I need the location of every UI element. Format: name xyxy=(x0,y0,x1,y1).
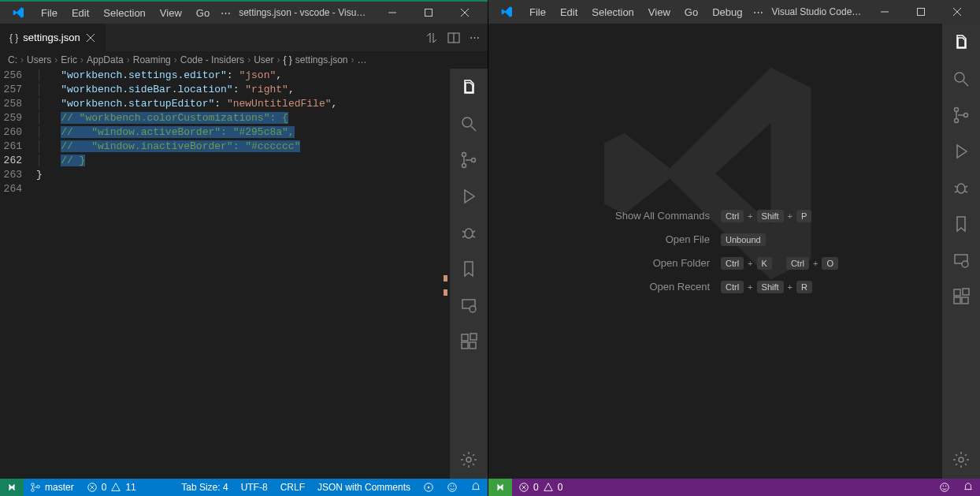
window-controls-right xyxy=(867,0,975,24)
crumb[interactable]: AppData xyxy=(87,54,124,65)
menu-go[interactable]: Go xyxy=(678,3,704,21)
encoding-status[interactable]: UTF-8 xyxy=(235,482,274,493)
code-content[interactable]: │ "workbench.settings.editor": "json", │… xyxy=(36,69,450,479)
menu-debug[interactable]: Debug xyxy=(706,3,748,21)
status-bar-right: 0 0 xyxy=(488,479,980,496)
shortcut-keys: Ctrl+Shift+R xyxy=(721,281,878,293)
svg-point-35 xyxy=(451,486,451,487)
svg-marker-46 xyxy=(957,145,967,158)
minimize-button[interactable] xyxy=(374,1,410,24)
svg-point-53 xyxy=(962,261,968,267)
gear-icon[interactable] xyxy=(952,450,971,469)
crumb[interactable]: settings.json xyxy=(295,54,348,65)
gear-icon[interactable] xyxy=(459,450,478,469)
minimap-marker xyxy=(444,275,447,282)
remote-indicator[interactable] xyxy=(488,479,512,496)
menu-file[interactable]: File xyxy=(35,4,64,22)
minimize-button[interactable] xyxy=(867,0,903,24)
problems-status[interactable]: 0 11 xyxy=(80,479,143,496)
menu-selection[interactable]: Selection xyxy=(585,3,640,21)
crumb[interactable]: … xyxy=(358,54,367,65)
bell-icon[interactable] xyxy=(956,482,980,493)
tab-size-status[interactable]: Tab Size: 4 xyxy=(175,482,234,493)
debug-icon[interactable] xyxy=(952,178,971,197)
menu-overflow-icon[interactable]: ⋯ xyxy=(217,4,234,22)
menu-selection[interactable]: Selection xyxy=(97,4,151,22)
files-icon[interactable] xyxy=(459,78,478,97)
code-editor[interactable]: 256 257 258 259 260 261 262 263 264 │ "w… xyxy=(0,69,450,479)
crumb[interactable]: User xyxy=(254,54,273,65)
crumb[interactable]: C: xyxy=(8,54,17,65)
close-button[interactable] xyxy=(447,1,483,24)
ports-icon[interactable] xyxy=(417,482,440,493)
svg-line-50 xyxy=(955,191,958,192)
debug-icon[interactable] xyxy=(459,223,478,242)
menu-file[interactable]: File xyxy=(523,3,552,21)
language-mode-status[interactable]: JSON with Comments xyxy=(311,482,417,493)
menu-view[interactable]: View xyxy=(154,4,188,22)
compare-icon[interactable] xyxy=(425,32,438,44)
vscode-logo-icon xyxy=(13,6,25,19)
close-button[interactable] xyxy=(939,0,975,24)
extensions-icon[interactable] xyxy=(459,332,478,351)
window-controls-left xyxy=(374,1,483,24)
crumb[interactable]: Eric xyxy=(61,54,77,65)
shortcut-keys: Unbound xyxy=(721,233,878,246)
files-icon[interactable] xyxy=(952,33,971,52)
split-editor-icon[interactable] xyxy=(447,32,460,44)
run-icon[interactable] xyxy=(459,187,478,206)
menu-edit[interactable]: Edit xyxy=(554,3,584,21)
editor-actions: ⋯ xyxy=(425,32,488,44)
remote-indicator[interactable] xyxy=(0,479,24,496)
bookmark-icon[interactable] xyxy=(952,214,971,233)
extensions-icon[interactable] xyxy=(952,287,971,306)
problems-status[interactable]: 0 0 xyxy=(512,479,569,496)
svg-rect-38 xyxy=(918,9,925,16)
run-icon[interactable] xyxy=(952,142,971,161)
svg-line-51 xyxy=(964,191,967,192)
chevron-right-icon: › xyxy=(127,54,130,65)
shortcut-keys: Ctrl+K Ctrl+O xyxy=(721,257,878,270)
bell-icon[interactable] xyxy=(464,482,488,493)
menu-go[interactable]: Go xyxy=(190,4,216,22)
svg-line-42 xyxy=(963,81,968,86)
maximize-button[interactable] xyxy=(410,1,447,24)
feedback-icon[interactable] xyxy=(933,482,956,493)
title-bar-left: File Edit Selection View Go ⋯ settings.j… xyxy=(0,0,488,24)
svg-line-18 xyxy=(472,236,475,237)
svg-rect-54 xyxy=(954,289,960,296)
source-control-icon[interactable] xyxy=(952,106,971,125)
crumb[interactable]: Roaming xyxy=(133,54,171,65)
svg-rect-55 xyxy=(954,297,960,304)
crumb[interactable]: Users xyxy=(27,54,51,65)
git-branch-status[interactable]: master xyxy=(24,479,80,496)
svg-point-45 xyxy=(964,114,968,117)
remote-explorer-icon[interactable] xyxy=(459,296,478,315)
search-icon[interactable] xyxy=(459,114,478,133)
menu-edit[interactable]: Edit xyxy=(65,4,95,22)
bookmark-icon[interactable] xyxy=(459,259,478,278)
maximize-button[interactable] xyxy=(903,0,939,24)
tab-settings-json[interactable]: { } settings.json xyxy=(0,24,106,51)
svg-line-17 xyxy=(462,236,466,237)
svg-point-12 xyxy=(472,158,476,162)
source-control-icon[interactable] xyxy=(459,151,478,170)
welcome-page: Show All Commands Ctrl+Shift+P Open File… xyxy=(488,24,942,479)
menu-overflow-icon[interactable]: ⋯ xyxy=(750,3,767,21)
svg-point-14 xyxy=(465,229,473,238)
shortcut-label: Open File xyxy=(552,233,710,245)
svg-rect-1 xyxy=(425,9,432,17)
eol-status[interactable]: CRLF xyxy=(274,482,311,493)
more-actions-icon[interactable]: ⋯ xyxy=(470,32,480,44)
close-icon[interactable] xyxy=(85,32,96,43)
shortcut-row: Open File Unbound xyxy=(534,233,896,246)
search-icon[interactable] xyxy=(952,69,971,88)
breadcrumb[interactable]: C:› Users› Eric› AppData› Roaming› Code … xyxy=(0,51,488,69)
menubar-left: File Edit Selection View Go ⋯ xyxy=(35,4,234,22)
svg-rect-24 xyxy=(470,334,477,340)
menu-view[interactable]: View xyxy=(642,3,677,21)
svg-point-36 xyxy=(453,486,454,487)
feedback-icon[interactable] xyxy=(440,482,464,493)
remote-explorer-icon[interactable] xyxy=(952,251,971,270)
crumb[interactable]: Code - Insiders xyxy=(180,54,244,65)
